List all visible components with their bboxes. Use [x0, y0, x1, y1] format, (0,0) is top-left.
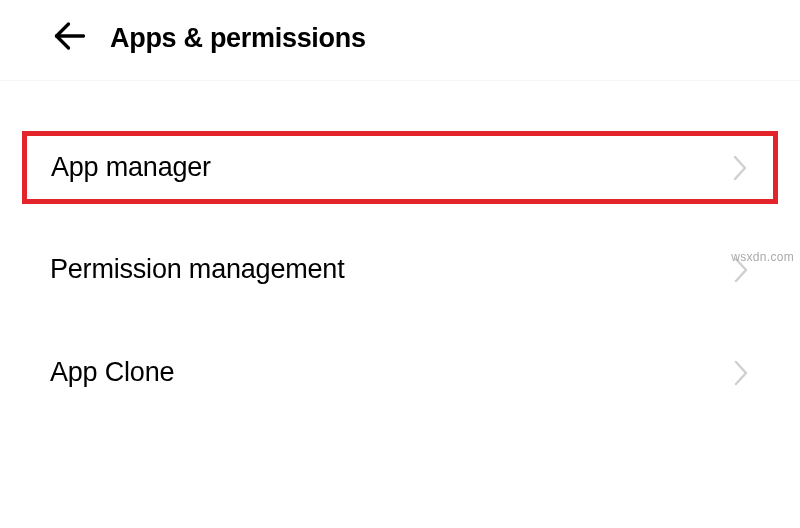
chevron-right-icon [731, 153, 749, 183]
watermark-text: wsxdn.com [731, 250, 794, 264]
settings-list: App manager Permission management App Cl… [0, 81, 800, 410]
list-item-label: Permission management [50, 254, 344, 285]
back-arrow-icon [52, 18, 88, 58]
header-bar: Apps & permissions [0, 0, 800, 81]
list-item-permission-management[interactable]: Permission management [0, 232, 800, 307]
list-item-label: App Clone [50, 357, 174, 388]
page-title: Apps & permissions [110, 23, 366, 54]
back-button[interactable] [50, 18, 90, 58]
list-item-app-clone[interactable]: App Clone [0, 335, 800, 410]
list-item-label: App manager [51, 152, 211, 183]
chevron-right-icon [732, 358, 750, 388]
list-item-app-manager[interactable]: App manager [22, 131, 778, 204]
